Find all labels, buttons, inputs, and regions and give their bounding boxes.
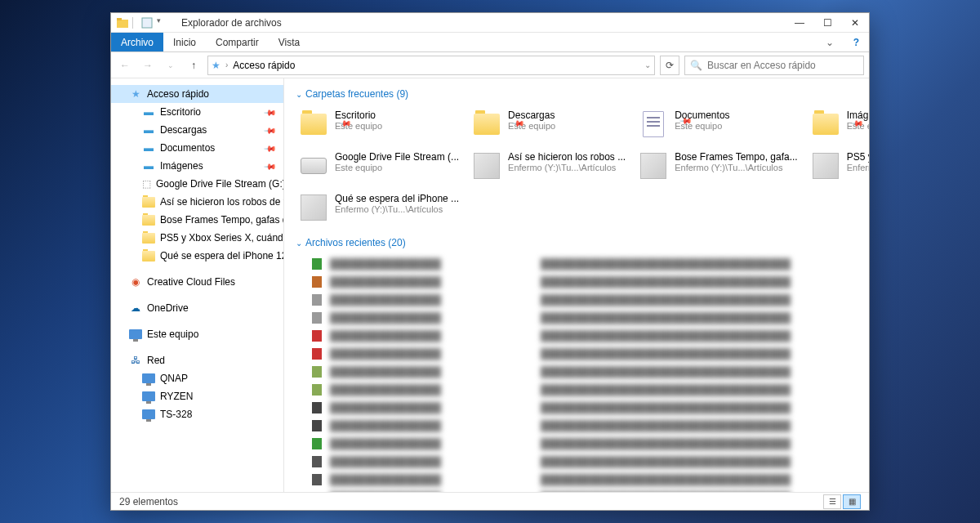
address-bar[interactable]: ★ › Acceso rápido ⌄: [207, 56, 655, 75]
app-icon: [116, 16, 129, 29]
recent-file[interactable]: ████████████████████████████████████████…: [296, 345, 858, 363]
sidebar-item-this-pc[interactable]: Este equipo: [111, 325, 283, 343]
sidebar-item[interactable]: ▬Descargas📌: [111, 121, 283, 139]
sidebar-item[interactable]: ▬Escritorio📌: [111, 103, 283, 121]
recent-locations-icon[interactable]: ⌄: [162, 56, 180, 74]
search-input[interactable]: [707, 60, 858, 71]
frequent-folder[interactable]: PS5 y Xbox Series X, cuán...Enfermo (Y:)…: [808, 148, 869, 186]
minimize-button[interactable]: —: [786, 13, 813, 32]
sidebar-item[interactable]: ▬Imágenes📌: [111, 157, 283, 175]
breadcrumb-sep-icon[interactable]: ›: [225, 60, 228, 69]
recent-file[interactable]: ████████████████████████████████████████…: [296, 309, 858, 327]
svg-rect-13: [312, 438, 322, 449]
sidebar-label: Escritorio: [160, 106, 201, 118]
recent-file[interactable]: ████████████████████████████████████████…: [296, 435, 858, 453]
properties-icon[interactable]: [140, 16, 154, 29]
tab-home[interactable]: Inicio: [163, 33, 206, 51]
sidebar-item[interactable]: Qué se espera del iPhone 12 ahora que se…: [111, 247, 283, 265]
forward-button[interactable]: →: [139, 56, 157, 74]
file-icon: [310, 455, 323, 468]
recent-file[interactable]: ████████████████████████████████████████…: [296, 471, 858, 489]
recent-file[interactable]: ████████████████████████████████████████…: [296, 291, 858, 309]
sidebar-label: Este equipo: [147, 329, 198, 340]
sidebar-item[interactable]: PS5 y Xbox Series X, cuándo llegan y cuá…: [111, 229, 283, 247]
sidebar-item[interactable]: Así se hicieron los robos de fotos de fa…: [111, 193, 283, 211]
sidebar-item-onedrive[interactable]: ☁ OneDrive: [111, 299, 283, 317]
view-icons-button[interactable]: ▦: [843, 494, 861, 509]
file-path: ████████████████████████████████████: [541, 366, 858, 378]
sidebar-item-network[interactable]: 🖧 Red: [111, 351, 283, 369]
frequent-folder[interactable]: Bose Frames Tempo, gafa...Enfermo (Y:)\T…: [635, 148, 801, 186]
ribbon-expand-icon[interactable]: ⌄: [816, 33, 844, 51]
sidebar-item-network-pc[interactable]: QNAP: [111, 369, 283, 387]
recent-file[interactable]: ████████████████████████████████████████…: [296, 255, 858, 273]
recent-file[interactable]: ████████████████████████████████████████…: [296, 417, 858, 435]
close-button[interactable]: ✕: [841, 13, 869, 32]
recent-file[interactable]: ████████████████████████████████████████…: [296, 453, 858, 471]
svg-rect-8: [312, 348, 322, 360]
sidebar-label: Acceso rápido: [147, 88, 209, 100]
svg-rect-1: [117, 18, 122, 20]
content-pane: ⌄ Carpetas frecuentes (9) EscritorioEste…: [284, 78, 869, 492]
file-path: ████████████████████████████████████: [541, 420, 858, 431]
tab-view[interactable]: Vista: [269, 33, 310, 51]
frequent-folder[interactable]: DescargasEste equipo📌: [469, 106, 629, 145]
thumb-icon: [299, 193, 328, 222]
sidebar-label: QNAP: [160, 373, 188, 384]
pc-icon: [129, 328, 142, 341]
group-header-frequent[interactable]: ⌄ Carpetas frecuentes (9): [296, 88, 858, 100]
file-icon: [310, 383, 323, 396]
sidebar-label: RYZEN: [160, 391, 193, 402]
frequent-folder[interactable]: EscritorioEste equipo📌: [296, 106, 462, 145]
search-box[interactable]: 🔍: [684, 56, 864, 75]
svg-rect-2: [142, 18, 152, 28]
network-icon: 🖧: [129, 354, 142, 367]
qat-dropdown-icon[interactable]: ▾: [157, 16, 170, 29]
address-dropdown-icon[interactable]: ⌄: [644, 60, 651, 69]
file-path: ████████████████████████████████████: [541, 294, 858, 306]
sidebar-item[interactable]: ▬Documentos📌: [111, 139, 283, 157]
sidebar-label: PS5 y Xbox Series X, cuándo llegan y cuá…: [160, 232, 283, 244]
recent-file[interactable]: ████████████████████████████████████████…: [296, 363, 858, 381]
search-icon: 🔍: [690, 60, 702, 71]
file-icon: [310, 257, 323, 270]
tab-file[interactable]: Archivo: [111, 33, 163, 51]
downloads-icon: ▬: [142, 123, 155, 136]
tab-share[interactable]: Compartir: [206, 33, 269, 51]
sidebar-item[interactable]: ⬚Google Drive File Stream (G:)📌: [111, 175, 283, 193]
frequent-folder[interactable]: Así se hicieron los robos ...Enfermo (Y:…: [469, 148, 629, 186]
sidebar-item-quick-access[interactable]: ★ Acceso rápido: [111, 85, 283, 103]
pc-icon: [142, 390, 155, 403]
sidebar-item[interactable]: Bose Frames Tempo, gafas de sol deportiv…: [111, 211, 283, 229]
back-button[interactable]: ←: [116, 56, 134, 74]
folder-icon: [142, 213, 155, 226]
sidebar-item-creative-cloud[interactable]: ◉ Creative Cloud Files: [111, 273, 283, 291]
recent-file[interactable]: ████████████████████████████████████████…: [296, 381, 858, 399]
sidebar-item-network-pc[interactable]: RYZEN: [111, 387, 283, 405]
frequent-folder[interactable]: Qué se espera del iPhone ...Enfermo (Y:)…: [296, 190, 462, 226]
frequent-folder[interactable]: DocumentosEste equipo📌: [635, 106, 801, 145]
frequent-folder[interactable]: ImágenesEste equipo📌: [808, 106, 869, 145]
sidebar-label: Así se hicieron los robos de fotos de fa…: [160, 196, 283, 208]
recent-file[interactable]: ████████████████████████████████████████…: [296, 327, 858, 345]
maximize-button[interactable]: ☐: [813, 13, 841, 32]
frequent-folder[interactable]: Google Drive File Stream (...Este equipo…: [296, 148, 462, 186]
file-icon: [310, 347, 323, 360]
file-name: ████████████████: [330, 420, 534, 431]
pin-icon: 📌: [264, 159, 277, 172]
help-icon[interactable]: ?: [844, 33, 869, 51]
up-button[interactable]: ↑: [185, 56, 203, 74]
item-name: Así se hicieron los robos ...: [508, 151, 626, 163]
folder-icon: [142, 231, 155, 244]
group-header-recent[interactable]: ⌄ Archivos recientes (20): [296, 237, 858, 248]
recent-file[interactable]: ████████████████████████████████████████…: [296, 489, 858, 492]
recent-file[interactable]: ████████████████████████████████████████…: [296, 273, 858, 291]
breadcrumb-location[interactable]: Acceso rápido: [233, 60, 295, 71]
file-icon: [310, 311, 323, 324]
sidebar-item-network-pc[interactable]: TS-328: [111, 405, 283, 423]
refresh-button[interactable]: ⟳: [660, 56, 679, 75]
titlebar: ▾ Explorador de archivos — ☐ ✕: [111, 13, 869, 33]
view-details-button[interactable]: ☰: [823, 494, 841, 509]
recent-file[interactable]: ████████████████████████████████████████…: [296, 399, 858, 417]
file-name: ████████████████: [330, 366, 534, 378]
